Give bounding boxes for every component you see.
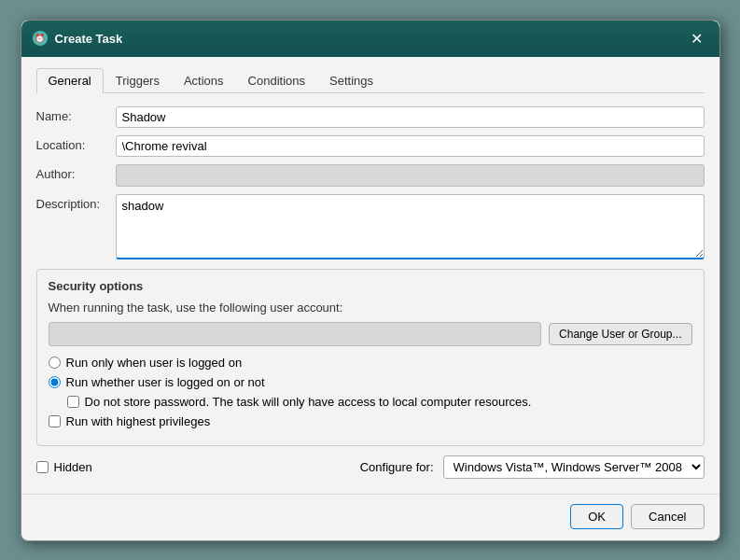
dialog-content: General Triggers Actions Conditions Sett… (21, 57, 719, 494)
dialog-icon: ⏰ (33, 31, 48, 46)
radio-whether[interactable] (49, 376, 61, 388)
highest-privileges-label[interactable]: Run with highest privileges (66, 414, 211, 428)
highest-privileges-checkbox[interactable] (49, 415, 61, 427)
title-bar-left: ⏰ Create Task (33, 31, 123, 46)
title-bar: ⏰ Create Task ✕ (21, 21, 719, 57)
tab-triggers[interactable]: Triggers (104, 68, 172, 92)
hidden-label[interactable]: Hidden (54, 460, 92, 474)
ok-button[interactable]: OK (570, 504, 623, 529)
user-account-row: Change User or Group... (49, 322, 692, 346)
tab-general[interactable]: General (36, 68, 104, 93)
privileges-row: Run with highest privileges (49, 414, 692, 428)
author-value-blurred (116, 164, 705, 187)
name-input[interactable] (116, 106, 705, 128)
tab-actions[interactable]: Actions (172, 68, 236, 92)
no-password-checkbox[interactable] (67, 396, 79, 408)
tab-bar: General Triggers Actions Conditions Sett… (36, 68, 705, 93)
configure-label: Configure for: (360, 460, 434, 474)
location-row: Location: (36, 135, 705, 157)
author-row: Author: (36, 164, 705, 187)
tab-settings[interactable]: Settings (317, 68, 385, 92)
security-title: Security options (49, 279, 692, 293)
dialog-title: Create Task (55, 32, 123, 46)
create-task-dialog: ⏰ Create Task ✕ General Triggers Actions… (21, 20, 720, 541)
author-label: Author: (36, 164, 116, 181)
dialog-footer: OK Cancel (21, 494, 719, 540)
change-user-button[interactable]: Change User or Group... (549, 323, 691, 345)
configure-section: Configure for: Windows Vista™, Windows S… (360, 455, 705, 479)
location-label: Location: (36, 135, 116, 152)
hidden-checkbox[interactable] (36, 461, 49, 473)
cancel-button[interactable]: Cancel (631, 504, 704, 529)
radio-whether-label[interactable]: Run whether user is logged on or not (66, 375, 265, 389)
description-row: Description: shadow (36, 194, 705, 259)
user-account-label: When running the task, use the following… (49, 301, 692, 315)
radio-whether-row: Run whether user is logged on or not (49, 375, 692, 389)
no-password-label[interactable]: Do not store password. The task will onl… (85, 395, 532, 409)
name-row: Name: (36, 106, 705, 128)
radio-logged-on-label[interactable]: Run only when user is logged on (66, 356, 243, 370)
name-label: Name: (36, 106, 116, 123)
description-input[interactable]: shadow (116, 194, 705, 259)
radio-logged-on[interactable] (49, 357, 61, 369)
tab-conditions[interactable]: Conditions (236, 68, 317, 92)
description-label: Description: (36, 194, 116, 211)
user-account-blurred (49, 322, 542, 346)
hidden-row: Hidden (36, 460, 92, 474)
location-input[interactable] (116, 135, 705, 157)
close-button[interactable]: ✕ (685, 28, 708, 49)
bottom-row: Hidden Configure for: Windows Vista™, Wi… (36, 455, 705, 479)
configure-select[interactable]: Windows Vista™, Windows Server™ 2008 Win… (443, 455, 705, 479)
no-password-row: Do not store password. The task will onl… (67, 395, 692, 409)
security-section: Security options When running the task, … (36, 269, 705, 446)
radio-logged-on-row: Run only when user is logged on (49, 356, 692, 370)
